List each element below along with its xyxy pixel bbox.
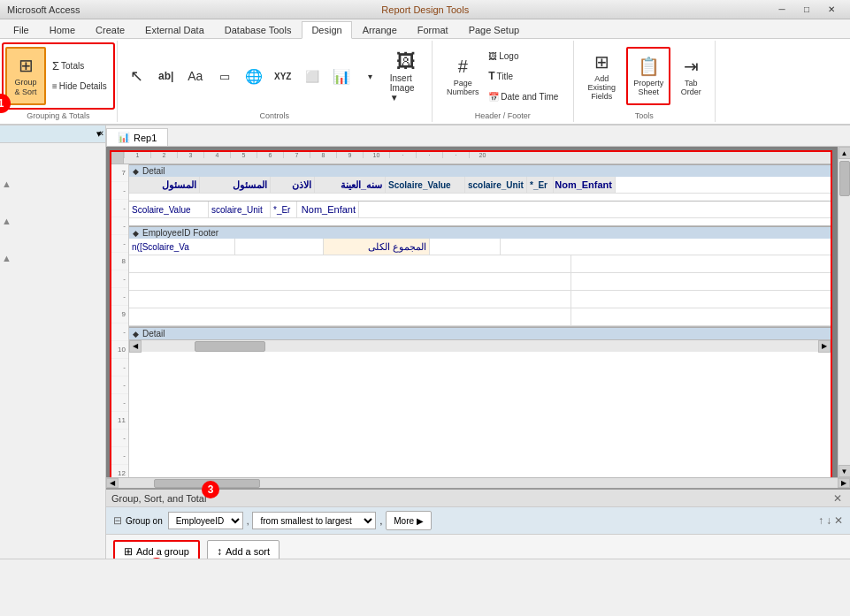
scroll-thumb[interactable] <box>839 161 850 196</box>
more-label: More ▶ <box>394 516 424 526</box>
cell-scolaire-value[interactable]: Scolaire_Value <box>129 202 209 217</box>
grouping-label: Grouping & Totals <box>27 110 89 120</box>
logo-button[interactable]: 🖼 Logo <box>484 46 563 65</box>
scroll-left-button[interactable]: ◀ <box>129 340 142 353</box>
doc-tab-rep1[interactable]: 📊 Rep1 <box>106 128 168 146</box>
sort-order-select[interactable]: from smallest to largest <box>252 512 376 529</box>
date-time-button[interactable]: 📅 Date and Time <box>484 87 563 106</box>
controls-buttons: ↖ ab| Aa ▭ 🌐 XYZ ⬜ 📊 ▾ 🖼 InsertImage ▼ <box>123 42 426 110</box>
minimize-button[interactable]: ─ <box>770 2 793 18</box>
button-ctrl[interactable]: ▭ <box>211 55 239 97</box>
row-num-10: 10 <box>111 341 128 359</box>
tab-design[interactable]: Design <box>302 21 351 39</box>
scroll-up-button[interactable]: ▲ <box>839 147 851 159</box>
title-bar: Microsoft Access Report Design Tools ─ □… <box>0 0 850 19</box>
panel-close-button[interactable]: ✕ <box>831 491 845 506</box>
close-button[interactable]: ✕ <box>820 2 843 18</box>
hide-details-button[interactable]: ≡ Hide Details <box>48 77 111 96</box>
cell-ithm[interactable]: الاذن <box>271 177 315 193</box>
cell-scolaire-header[interactable]: Scolaire_Value <box>386 177 465 193</box>
tab-home[interactable]: Home <box>40 21 85 38</box>
nav-pane: « ▾ ▲ ▲ ▲ <box>0 125 106 559</box>
image-frame-button[interactable]: ⬜ <box>298 55 326 97</box>
cell-massoul1[interactable]: المسئول <box>129 177 200 193</box>
maximize-button[interactable]: □ <box>795 2 818 18</box>
report-sections: ◆ Detail المسئول المسئول الاذن سنه_العين… <box>129 164 831 477</box>
group-sort-button[interactable]: ⊞ Group& Sort <box>5 47 46 105</box>
row-num-12: 12 <box>111 465 128 477</box>
report-area[interactable]: ▲ ▼ 1 2 3 4 5 6 <box>106 147 850 477</box>
scroll-down-button[interactable]: ▼ <box>839 465 851 477</box>
ribbon-group-header-footer: # PageNumbers 🖼 Logo T Title 📅 Date and … <box>433 41 574 122</box>
xyz-button[interactable]: XYZ <box>269 55 297 97</box>
nav-arrow-1[interactable]: ▲ <box>2 179 11 189</box>
scroll-right-button[interactable]: ▶ <box>818 340 831 353</box>
group-field-select[interactable]: EmployeeID <box>168 512 243 529</box>
h-scroll-track[interactable] <box>142 340 818 352</box>
select-button[interactable]: ↖ <box>123 55 151 97</box>
cell-nom-enfant-val[interactable]: Nom_Enfant <box>297 202 359 217</box>
row-num-dash11: - <box>111 430 128 447</box>
comma-label: , <box>379 516 382 526</box>
tab-external-data[interactable]: External Data <box>135 21 214 38</box>
scroll-track[interactable] <box>839 159 850 465</box>
bottom-scroll-right[interactable]: ▶ <box>838 478 850 488</box>
cell-sana[interactable]: سنه_العينة <box>315 177 386 193</box>
insert-image-button[interactable]: 🖼 InsertImage ▼ <box>386 49 426 103</box>
employee-footer-row: n([Scolaire_Va المجموع الكلى <box>129 239 831 255</box>
section-detail-label: Detail <box>142 166 165 176</box>
globe-button[interactable]: 🌐 <box>240 55 268 97</box>
row-num-dash2: - <box>111 200 128 217</box>
bottom-scroll-left[interactable]: ◀ <box>106 478 119 488</box>
vertical-scrollbar[interactable]: ▲ ▼ <box>838 147 850 477</box>
move-up-button[interactable]: ↑ <box>818 514 823 527</box>
title-button[interactable]: T Title <box>484 66 563 86</box>
add-sort-button[interactable]: ↕ Add a sort <box>207 540 280 559</box>
horizontal-scrollbar[interactable]: ◀ ▶ <box>129 339 831 352</box>
add-existing-fields-button[interactable]: ⊞ Add ExistingFields <box>579 47 624 105</box>
row-num-11: 11 <box>111 412 128 430</box>
header-footer-label: Header / Footer <box>475 110 531 120</box>
property-sheet-button[interactable]: 📋 PropertySheet <box>626 47 670 105</box>
nav-arrow-3[interactable]: ▲ <box>2 253 11 263</box>
textbox-button[interactable]: ab| <box>152 55 180 97</box>
totals-button[interactable]: Σ Totals <box>48 57 111 76</box>
tab-format[interactable]: Format <box>408 21 458 38</box>
tab-page-setup[interactable]: Page Setup <box>459 21 530 38</box>
page-numbers-button[interactable]: # PageNumbers <box>442 47 483 105</box>
tab-database-tools[interactable]: Database Tools <box>215 21 302 38</box>
tab-file[interactable]: File <box>4 21 39 38</box>
ribbon: 1 ⊞ Group& Sort Σ Totals ≡ Hide Details … <box>0 39 850 125</box>
h-scroll-thumb[interactable] <box>195 341 265 352</box>
delete-group-button[interactable]: ✕ <box>834 514 843 527</box>
add-existing-icon: ⊞ <box>594 51 609 72</box>
ribbon-group-grouping: 1 ⊞ Group& Sort Σ Totals ≡ Hide Details … <box>0 41 118 122</box>
row-num-9: 9 <box>111 306 128 323</box>
cell-scolaire-unit-val[interactable]: scolaire_Unit <box>209 202 271 217</box>
move-down-button[interactable]: ↓ <box>826 514 831 527</box>
insert-image-icon: 🖼 <box>396 50 416 73</box>
cell-er-val[interactable]: *_Er <box>271 202 297 217</box>
row-num-dash8: - <box>111 359 128 376</box>
more-controls-button[interactable]: ▾ <box>356 55 385 97</box>
tab-order-button[interactable]: ⇥ TabOrder <box>673 47 708 105</box>
nav-arrow-2[interactable]: ▲ <box>2 216 11 226</box>
cell-nom-enfant[interactable]: Nom_Enfant <box>554 177 616 193</box>
group-row-arrows: ↑ ↓ ✕ <box>818 514 843 527</box>
bottom-scroll-track[interactable] <box>119 478 838 488</box>
chart-button[interactable]: 📊 <box>327 55 356 97</box>
app-body: « ▾ ▲ ▲ ▲ 📊 Rep1 ▲ <box>0 125 850 559</box>
cell-er[interactable]: *_Er <box>527 177 554 193</box>
cell-massoul2[interactable]: المسئول <box>200 177 271 193</box>
tab-create[interactable]: Create <box>86 21 134 38</box>
nav-collapse-button[interactable]: « <box>98 127 103 138</box>
group-row-icon: ⊟ <box>113 514 122 527</box>
add-group-button[interactable]: ⊞ Add a group <box>113 540 200 559</box>
cell-scolaire-unit[interactable]: scolaire_Unit <box>465 177 527 193</box>
row-num-dash1: - <box>111 182 128 200</box>
more-button[interactable]: More ▶ <box>386 511 432 530</box>
cell-sum-scolaire[interactable]: n([Scolaire_Va <box>129 239 235 255</box>
tab-arrange[interactable]: Arrange <box>353 21 407 38</box>
label-button[interactable]: Aa <box>181 55 210 97</box>
title-icon: T <box>488 70 494 82</box>
